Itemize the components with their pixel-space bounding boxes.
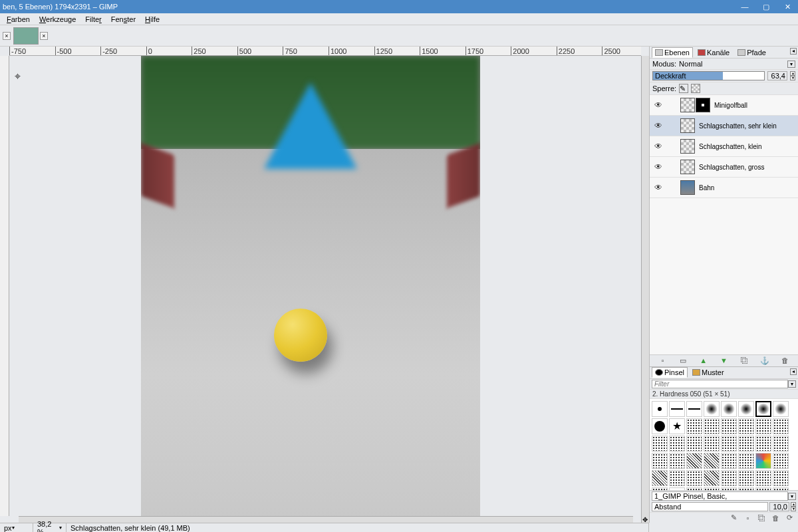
opacity-slider[interactable]: Deckkraft [652, 71, 765, 80]
brush-preset[interactable] [652, 418, 668, 434]
zoom-selector[interactable]: 38,2 % ▾ [33, 523, 66, 532]
doc-close-icon[interactable]: × [3, 32, 11, 40]
image-canvas[interactable] [141, 56, 480, 523]
brush-set-dropdown-icon[interactable]: ▾ [788, 493, 796, 500]
brush-preset[interactable] [669, 470, 685, 486]
minimize-button[interactable]: — [734, 0, 755, 13]
close-button[interactable]: ✕ [777, 0, 798, 13]
brush-preset[interactable] [669, 401, 685, 417]
layer-row[interactable]: 👁 Bahn [650, 178, 798, 198]
layer-thumbnail[interactable] [680, 180, 695, 195]
layer-name[interactable]: Schlagschatten, gross [699, 164, 764, 171]
brush-preset[interactable] [755, 418, 771, 434]
layer-name[interactable]: Minigolfball [714, 102, 747, 109]
brush-preset[interactable] [669, 418, 685, 434]
menu-fenster[interactable]: Fenster [107, 15, 140, 24]
brush-spacing-slider[interactable]: Abstand [652, 502, 768, 511]
ruler-vertical[interactable] [0, 56, 9, 516]
brush-preset[interactable] [755, 436, 771, 452]
delete-layer-button[interactable]: 🗑 [781, 356, 790, 365]
raise-layer-button[interactable]: ▲ [699, 356, 708, 365]
unit-selector[interactable]: px ▾ [0, 523, 33, 532]
layer-thumbnail[interactable] [680, 118, 695, 133]
brush-preset[interactable] [738, 401, 754, 417]
brush-preset[interactable] [686, 436, 702, 452]
brush-preset[interactable] [755, 453, 771, 469]
tab-pfade[interactable]: Pfade [734, 47, 769, 58]
anchor-layer-button[interactable]: ⚓ [760, 356, 769, 365]
document-tab[interactable]: × [3, 32, 11, 40]
layer-row[interactable]: 👁 Minigolfball [650, 95, 798, 116]
opacity-spinner[interactable]: ▴▾ [790, 71, 795, 80]
doc-close-icon[interactable]: × [40, 32, 48, 40]
brush-preset[interactable] [686, 418, 702, 434]
scrollbar-vertical[interactable] [641, 56, 649, 523]
brush-preset[interactable] [755, 470, 771, 486]
tab-kanale[interactable]: Kanäle [694, 47, 733, 58]
brush-preset[interactable] [652, 453, 668, 469]
document-tab[interactable]: × [13, 27, 48, 45]
delete-brush-button[interactable]: 🗑 [771, 513, 780, 522]
visibility-eye-icon[interactable]: 👁 [654, 142, 663, 151]
brush-preset[interactable] [773, 401, 789, 417]
brush-preset[interactable] [721, 453, 737, 469]
brush-preset[interactable] [704, 401, 720, 417]
brush-preset[interactable] [773, 470, 789, 486]
edit-brush-button[interactable]: ✎ [730, 513, 738, 522]
brush-preset[interactable] [686, 470, 702, 486]
lock-alpha-icon[interactable] [691, 84, 700, 93]
layer-name[interactable]: Schlagschatten, klein [699, 143, 762, 150]
lower-layer-button[interactable]: ▼ [719, 356, 728, 365]
layer-row[interactable]: 👁 Schlagschatten, gross [650, 157, 798, 178]
menu-werkzeuge[interactable]: Werkzeuge [35, 15, 80, 24]
tab-muster[interactable]: Muster [689, 367, 728, 378]
lock-pixels-icon[interactable]: ✎ [679, 84, 688, 93]
refresh-brushes-button[interactable]: ⟳ [785, 513, 794, 522]
brush-preset[interactable] [773, 453, 789, 469]
duplicate-brush-button[interactable]: ⿻ [757, 513, 766, 522]
layer-row[interactable]: 👁 Schlagschatten, klein [650, 136, 798, 157]
layer-name[interactable]: Schlagschatten, sehr klein [699, 122, 777, 130]
new-brush-button[interactable]: ▫ [743, 513, 752, 522]
visibility-eye-icon[interactable]: 👁 [654, 121, 663, 130]
layers-empty-area[interactable] [650, 198, 798, 354]
brush-preset[interactable] [721, 436, 737, 452]
brush-preset[interactable] [704, 453, 720, 469]
brush-preset[interactable] [669, 453, 685, 469]
brush-preset[interactable] [755, 401, 771, 417]
brush-preset[interactable] [652, 436, 668, 452]
brush-preset[interactable] [669, 436, 685, 452]
filter-dropdown-icon[interactable]: ▾ [788, 380, 796, 388]
brush-preset[interactable] [738, 418, 754, 434]
canvas-background[interactable]: ⌖ [9, 56, 641, 523]
maximize-button[interactable]: ▢ [755, 0, 777, 13]
brush-preset[interactable] [652, 470, 668, 486]
navigation-button[interactable]: ✥ [641, 516, 649, 523]
menu-farben[interactable]: Farben [3, 15, 34, 24]
layer-group-button[interactable]: ▭ [678, 356, 688, 365]
duplicate-layer-button[interactable]: ⿻ [739, 356, 749, 365]
brush-set-name[interactable]: 1_GIMP Pinsel, Basic, [652, 491, 788, 501]
layer-thumbnail[interactable] [680, 98, 695, 112]
layer-thumbnail[interactable] [680, 160, 695, 174]
dock-menu-button[interactable]: ◂ [790, 368, 797, 375]
tab-ebenen[interactable]: Ebenen [652, 47, 693, 58]
brush-preset[interactable] [721, 418, 737, 434]
menu-filter[interactable]: Filter [81, 15, 105, 24]
scrollbar-horizontal[interactable] [19, 516, 633, 523]
opacity-value[interactable]: 63,4 [767, 71, 787, 80]
brush-spacing-value[interactable]: 10,0 [769, 502, 789, 511]
ruler-horizontal[interactable]: -750-500-2500250500750100012501500175020… [9, 47, 641, 56]
brush-preset[interactable] [704, 418, 720, 434]
brush-preset[interactable] [773, 436, 789, 452]
visibility-eye-icon[interactable]: 👁 [654, 183, 663, 192]
dock-menu-button[interactable]: ◂ [790, 48, 797, 55]
menu-hilfe[interactable]: Hilfe [141, 15, 164, 24]
visibility-eye-icon[interactable]: 👁 [654, 100, 663, 110]
layer-name[interactable]: Bahn [699, 184, 714, 192]
mode-dropdown-button[interactable]: ▾ [787, 61, 795, 68]
brush-preset[interactable] [721, 401, 737, 417]
brush-spacing-spinner[interactable]: ▴▾ [791, 502, 796, 511]
layer-mask-thumbnail[interactable] [696, 98, 710, 112]
brush-preset[interactable] [721, 470, 737, 486]
